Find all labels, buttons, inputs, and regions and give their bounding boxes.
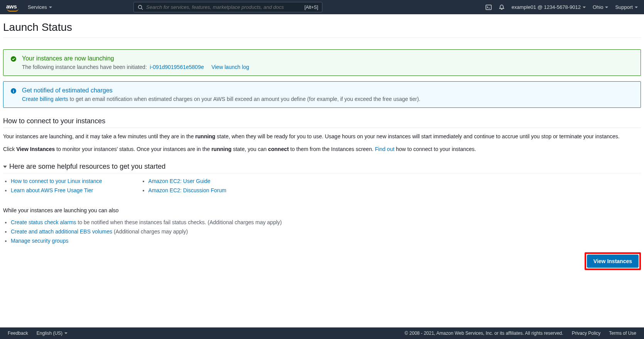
ebs-volumes-link[interactable]: Create and attach additional EBS volumes	[11, 228, 112, 235]
list-item: Amazon EC2: Discussion Forum	[148, 187, 226, 193]
aws-logo-text: aws	[6, 3, 19, 10]
bell-icon[interactable]	[499, 4, 505, 10]
connect-paragraph-1: Your instances are launching, and it may…	[3, 133, 641, 141]
info-circle-icon: i	[10, 88, 17, 94]
region-menu[interactable]: Ohio	[593, 4, 608, 10]
list-item: Create and attach additional EBS volumes…	[11, 228, 641, 235]
list-item: Create status check alarms to be notifie…	[11, 219, 641, 225]
highlight-annotation: View Instances	[585, 252, 641, 270]
caret-down-icon	[605, 7, 608, 8]
actions-row: View Instances	[3, 252, 641, 270]
list-item: Manage security groups	[11, 238, 641, 244]
page-title: Launch Status	[3, 17, 641, 38]
global-search[interactable]: [Alt+S]	[133, 2, 322, 12]
caret-down-icon	[583, 7, 586, 8]
launch-success-alert: Your instances are now launching The fol…	[3, 49, 641, 76]
notify-body-text: to get an email notification when estima…	[70, 96, 420, 102]
svg-text:i: i	[13, 89, 14, 93]
resources-col-1: How to connect to your Linux instance Le…	[3, 178, 102, 196]
list-item: How to connect to your Linux instance	[11, 178, 102, 184]
resources-heading-text: Here are some helpful resources to get y…	[9, 163, 165, 171]
top-nav-bar: aws Services [Alt+S] example01 @ 1234-56…	[0, 0, 644, 14]
while-intro: While your instances are launching you c…	[3, 206, 641, 215]
cloudshell-icon[interactable]	[486, 4, 492, 10]
connect-paragraph-2: Click View Instances to monitor your ins…	[3, 145, 641, 153]
region-label: Ohio	[593, 4, 603, 10]
connect-heading: How to connect to your instances	[3, 117, 641, 128]
svg-rect-2	[486, 5, 491, 10]
create-billing-alerts-link[interactable]: Create billing alerts	[22, 96, 68, 102]
check-circle-icon	[10, 56, 17, 62]
main-content: Launch Status Your instances are now lau…	[0, 14, 644, 273]
caret-down-icon	[3, 166, 7, 168]
status-alarms-link[interactable]: Create status check alarms	[11, 219, 76, 225]
caret-down-icon	[635, 7, 638, 8]
aws-logo[interactable]: aws	[6, 3, 19, 12]
list-item: Learn about AWS Free Usage Tier	[11, 187, 102, 193]
search-icon	[138, 5, 143, 10]
view-launch-log-link[interactable]: View launch log	[211, 64, 249, 70]
svg-point-0	[138, 5, 142, 8]
free-tier-link[interactable]: Learn about AWS Free Usage Tier	[11, 187, 93, 193]
search-shortcut: [Alt+S]	[304, 5, 318, 10]
success-body-text: The following instance launches have bee…	[22, 64, 147, 70]
success-title: Your instances are now launching	[22, 55, 249, 62]
svg-line-1	[142, 8, 143, 10]
notify-title: Get notified of estimated charges	[22, 87, 420, 94]
user-guide-link[interactable]: Amazon EC2: User Guide	[148, 178, 211, 184]
support-label: Support	[615, 4, 633, 10]
view-instances-button[interactable]: View Instances	[587, 255, 639, 268]
resources-heading[interactable]: Here are some helpful resources to get y…	[3, 163, 641, 173]
resources-col-2: Amazon EC2: User Guide Amazon EC2: Discu…	[141, 178, 226, 196]
security-groups-link[interactable]: Manage security groups	[11, 238, 68, 244]
find-out-link[interactable]: Find out	[375, 146, 394, 152]
caret-down-icon	[49, 7, 52, 8]
search-input[interactable]	[146, 4, 304, 10]
list-item: Amazon EC2: User Guide	[148, 178, 226, 184]
billing-info-alert: i Get notified of estimated charges Crea…	[3, 81, 641, 108]
services-menu[interactable]: Services	[28, 4, 52, 10]
resources-columns: How to connect to your Linux instance Le…	[3, 178, 641, 196]
discussion-forum-link[interactable]: Amazon EC2: Discussion Forum	[148, 187, 226, 193]
instance-id-link[interactable]: i-091d9019561e5809e	[150, 64, 204, 70]
connect-linux-link[interactable]: How to connect to your Linux instance	[11, 178, 102, 184]
account-menu[interactable]: example01 @ 1234-5678-9012	[512, 4, 586, 10]
account-label: example01 @ 1234-5678-9012	[512, 4, 581, 10]
support-menu[interactable]: Support	[615, 4, 638, 10]
services-label: Services	[28, 4, 47, 10]
while-list: Create status check alarms to be notifie…	[3, 219, 641, 244]
